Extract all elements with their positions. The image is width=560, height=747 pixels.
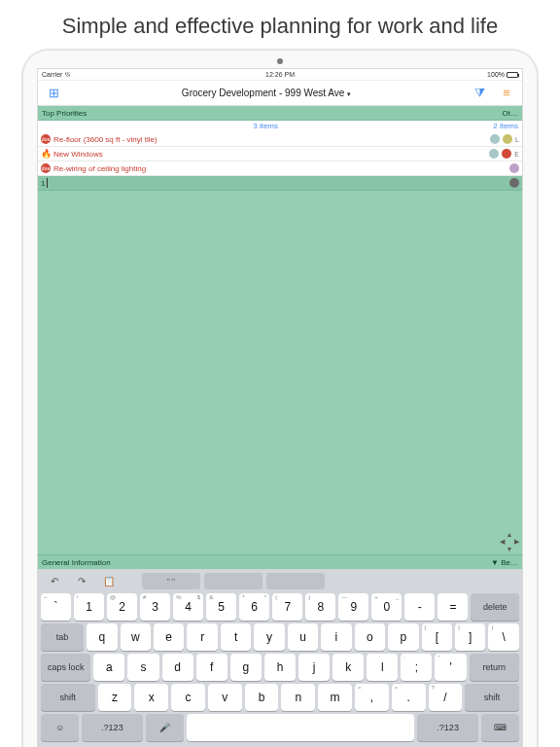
key-7[interactable]: (7 bbox=[272, 593, 302, 621]
key-n[interactable]: n bbox=[281, 684, 315, 711]
list-item[interactable]: due Re-wiring of ceiling lighting bbox=[38, 161, 522, 176]
key-shift[interactable]: shift bbox=[41, 684, 95, 711]
key-j[interactable]: j bbox=[298, 654, 330, 681]
key-4[interactable]: %$4 bbox=[173, 593, 203, 621]
key-d[interactable]: d bbox=[162, 654, 193, 681]
key-shift[interactable]: shift bbox=[465, 684, 519, 711]
dismiss-keyboard-icon[interactable]: ⌨ bbox=[481, 714, 519, 741]
section-right-label: Ot… bbox=[503, 109, 518, 118]
section-top-priorities[interactable]: Top Priorities Ot… bbox=[38, 106, 522, 121]
key-x[interactable]: x bbox=[134, 684, 168, 711]
key-tab[interactable]: tab bbox=[41, 623, 84, 651]
key-g[interactable]: g bbox=[230, 654, 262, 681]
menu-icon[interactable]: ≡ bbox=[497, 86, 516, 101]
keyboard: ↶ ↷ 📋 " " ~`!1@2#3%$4&5*^6(7)8—9+_0-=del… bbox=[38, 569, 522, 747]
key-o[interactable]: o bbox=[355, 623, 385, 651]
key-,[interactable]: <, bbox=[355, 684, 389, 711]
key-f[interactable]: f bbox=[196, 654, 228, 681]
key-v[interactable]: v bbox=[208, 684, 242, 711]
items-count: 3 items 2 items bbox=[38, 121, 522, 132]
section-label: Top Priorities bbox=[42, 109, 87, 118]
grid-icon[interactable]: ⊞ bbox=[44, 86, 63, 100]
emoji-icon[interactable]: ☺ bbox=[41, 714, 79, 741]
section-general-info[interactable]: General Information ▼ Be… bbox=[38, 554, 522, 569]
key-;[interactable]: :; bbox=[401, 654, 432, 681]
key-[[interactable]: {[ bbox=[422, 623, 452, 651]
nav-arrows[interactable]: ▲ ◀▶ ▼ bbox=[499, 531, 520, 552]
marketing-headline: Simple and effective planning for work a… bbox=[0, 0, 560, 47]
key-k[interactable]: k bbox=[332, 654, 364, 681]
key-m[interactable]: m bbox=[318, 684, 352, 711]
fire-icon: 🔥 bbox=[41, 149, 51, 159]
list-area: due Re-floor (3600 sq ft - vinyl tile) L… bbox=[38, 132, 522, 554]
suggestion[interactable]: " " bbox=[142, 573, 200, 589]
key-u[interactable]: u bbox=[288, 623, 318, 651]
key-space[interactable] bbox=[187, 714, 415, 741]
screen: Carrier ᯾ 12:26 PM 100% ⊞ Grocery Develo… bbox=[37, 68, 523, 747]
key-q[interactable]: q bbox=[87, 623, 117, 651]
key--[interactable]: - bbox=[404, 593, 435, 621]
avatar bbox=[509, 178, 519, 188]
key-2[interactable]: @2 bbox=[107, 593, 137, 621]
avatar bbox=[502, 149, 511, 159]
key-8[interactable]: )8 bbox=[305, 593, 335, 621]
nav-bar: ⊞ Grocery Development - 999 West Ave ▾ ⧩… bbox=[38, 81, 522, 106]
due-badge-icon: due bbox=[41, 134, 51, 144]
key-b[interactable]: b bbox=[245, 684, 279, 711]
redo-button[interactable]: ↷ bbox=[70, 573, 93, 589]
key-a[interactable]: a bbox=[93, 654, 124, 681]
key-t[interactable]: t bbox=[221, 623, 251, 651]
clipboard-button[interactable]: 📋 bbox=[97, 573, 121, 589]
clock: 12:26 PM bbox=[265, 71, 295, 78]
key-z[interactable]: z bbox=[98, 684, 132, 711]
key-1[interactable]: !1 bbox=[74, 593, 104, 621]
section-label: General Information bbox=[42, 558, 111, 567]
key-r[interactable]: r bbox=[187, 623, 217, 651]
key-3[interactable]: #3 bbox=[140, 593, 170, 621]
undo-button[interactable]: ↶ bbox=[43, 573, 66, 589]
mic-icon[interactable]: 🎤 bbox=[146, 714, 184, 741]
key-p[interactable]: p bbox=[388, 623, 418, 651]
avatar bbox=[503, 134, 512, 144]
key-c[interactable]: c bbox=[171, 684, 205, 711]
key-`[interactable]: ~` bbox=[41, 593, 71, 621]
key-0[interactable]: +_0 bbox=[371, 593, 402, 621]
key-l[interactable]: l bbox=[367, 654, 398, 681]
suggestion[interactable] bbox=[204, 573, 262, 589]
list-item[interactable]: due Re-floor (3600 sq ft - vinyl tile) L bbox=[38, 132, 522, 147]
status-bar: Carrier ᯾ 12:26 PM 100% bbox=[38, 69, 522, 81]
key-delete[interactable]: delete bbox=[471, 593, 519, 621]
new-item-input[interactable]: 1 bbox=[38, 176, 522, 191]
avatar bbox=[490, 134, 500, 144]
suggestion[interactable] bbox=[266, 573, 325, 589]
section-right-label: ▼ Be… bbox=[491, 558, 518, 567]
device-camera bbox=[277, 58, 283, 64]
key-/[interactable]: ?/ bbox=[429, 684, 463, 711]
battery-pct: 100% bbox=[487, 71, 505, 78]
list-item[interactable]: 🔥 New Windows E bbox=[38, 147, 522, 161]
ipad-frame: Carrier ᯾ 12:26 PM 100% ⊞ Grocery Develo… bbox=[21, 49, 539, 747]
key-w[interactable]: w bbox=[121, 623, 151, 651]
item-title: New Windows bbox=[53, 150, 103, 159]
key-5[interactable]: &5 bbox=[206, 593, 236, 621]
key-numswitch[interactable]: .?123 bbox=[82, 714, 143, 741]
filter-icon[interactable]: ⧩ bbox=[470, 86, 489, 101]
key-e[interactable]: e bbox=[154, 623, 184, 651]
keyboard-toolbar: ↶ ↷ 📋 " " bbox=[41, 572, 519, 593]
key-numswitch[interactable]: .?123 bbox=[417, 714, 478, 741]
key-capslock[interactable]: caps lock bbox=[41, 654, 90, 681]
item-extra: L bbox=[515, 136, 519, 143]
key-i[interactable]: i bbox=[321, 623, 351, 651]
key-9[interactable]: —9 bbox=[338, 593, 368, 621]
key-.[interactable]: >. bbox=[392, 684, 426, 711]
key-h[interactable]: h bbox=[264, 654, 296, 681]
key-=[interactable]: = bbox=[438, 593, 468, 621]
key-][interactable]: }] bbox=[455, 623, 485, 651]
key-s[interactable]: s bbox=[127, 654, 158, 681]
key-\[interactable]: |\ bbox=[488, 623, 518, 651]
key-y[interactable]: y bbox=[254, 623, 284, 651]
key-6[interactable]: *^6 bbox=[239, 593, 269, 621]
page-title[interactable]: Grocery Development - 999 West Ave ▾ bbox=[63, 88, 470, 98]
key-'[interactable]: "' bbox=[435, 654, 466, 681]
key-return[interactable]: return bbox=[470, 654, 519, 681]
